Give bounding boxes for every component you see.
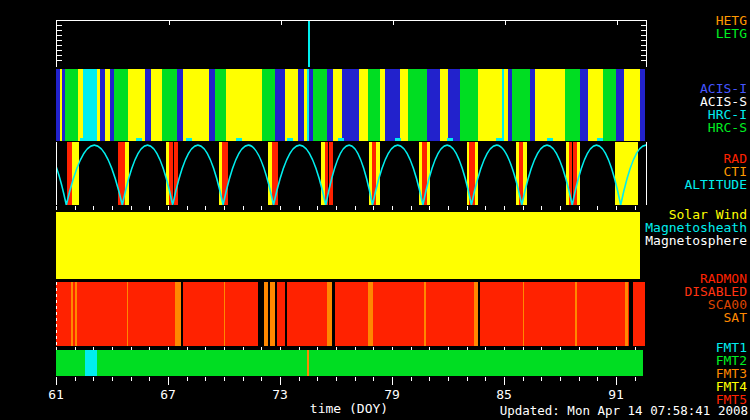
- x-axis-minor-tick: [597, 377, 598, 381]
- frame-y-tick: [57, 25, 62, 26]
- band-segment: [127, 282, 128, 346]
- frame-x-tick: [617, 21, 618, 25]
- band-segment: [359, 69, 368, 141]
- x-axis-minor-tick: [149, 377, 150, 381]
- x-axis-minor-tick: [541, 377, 542, 381]
- band-segment: [640, 69, 645, 141]
- x-axis-major-tick: [168, 377, 169, 385]
- frame-y-tick: [641, 55, 646, 56]
- day-tick: [93, 206, 94, 210]
- band-segment: [262, 69, 275, 141]
- frame-y-tick: [57, 40, 62, 41]
- day-tick: [597, 206, 598, 210]
- x-axis-minor-tick: [429, 377, 430, 381]
- band-segment: [285, 69, 298, 141]
- frame-y-tick: [641, 50, 646, 51]
- band-segment: [181, 282, 183, 346]
- legend-label-hrc-s: HRC-S: [708, 120, 747, 135]
- legend-label-letg: LETG: [716, 26, 747, 41]
- frame-y-tick: [57, 60, 62, 61]
- day-tick: [541, 206, 542, 210]
- updated-timestamp: Updated: Mon Apr 14 07:58:41 2008: [500, 403, 748, 418]
- x-axis-tick-label: 73: [260, 387, 300, 402]
- band-segment: [114, 69, 128, 141]
- band-radiation-altitude: [56, 142, 647, 205]
- perigee-dash: [547, 138, 553, 141]
- frame-y-tick: [57, 35, 62, 36]
- frame-y-tick: [641, 35, 646, 36]
- band-radmon: [56, 282, 645, 346]
- day-tick: [75, 206, 76, 210]
- x-axis-tick-label: 85: [484, 387, 524, 402]
- band-gratings: [56, 20, 647, 67]
- day-tick: [392, 206, 393, 210]
- band-instruments: [56, 69, 645, 141]
- x-axis-minor-tick: [93, 377, 94, 381]
- band-segment: [342, 69, 359, 141]
- x-axis-minor-tick: [75, 377, 76, 381]
- band-segment: [440, 69, 448, 141]
- band-segment: [400, 69, 408, 141]
- band-segment: [332, 282, 335, 346]
- day-tick: [131, 206, 132, 210]
- legend-label-altitude: ALTITUDE: [684, 177, 747, 192]
- x-axis-minor-tick: [224, 377, 225, 381]
- x-axis-tick-label: 79: [372, 387, 412, 402]
- band-segment: [624, 69, 640, 141]
- perigee-dash: [338, 138, 344, 141]
- day-tick: [205, 206, 206, 210]
- perigee-dash: [496, 138, 502, 141]
- band-segment: [313, 69, 327, 141]
- perigee-dash: [186, 138, 192, 141]
- x-axis-tick-label: 61: [36, 387, 76, 402]
- perigee-dash: [597, 138, 603, 141]
- x-axis-minor-tick: [448, 377, 449, 381]
- band-segment: [448, 69, 460, 141]
- x-axis-minor-tick: [261, 377, 262, 381]
- x-axis-minor-tick: [523, 377, 524, 381]
- x-axis-minor-tick: [112, 377, 113, 381]
- band-segment: [215, 69, 226, 141]
- band-segment: [575, 282, 577, 346]
- band-solar-wind-region: [56, 212, 640, 279]
- band-segment: [83, 69, 97, 141]
- frame-x-tick: [281, 21, 282, 25]
- day-tick: [187, 206, 188, 210]
- x-axis-title: time (DOY): [292, 401, 406, 416]
- day-tick: [149, 206, 150, 210]
- y-axis-dashes: [56, 282, 57, 346]
- band-segment: [512, 69, 530, 141]
- day-tick: [467, 206, 468, 210]
- altitude-curve: [57, 142, 646, 205]
- x-axis-major-tick: [56, 377, 57, 385]
- x-axis-minor-tick: [485, 377, 486, 381]
- day-tick: [560, 206, 561, 210]
- band-segment: [625, 282, 628, 346]
- band-segment: [368, 282, 373, 346]
- x-axis-minor-tick: [299, 377, 300, 381]
- x-axis-minor-tick: [336, 377, 337, 381]
- legend-label-sat: SAT: [724, 310, 747, 325]
- frame-y-tick: [641, 60, 646, 61]
- day-tick: [355, 206, 356, 210]
- band-segment: [460, 69, 478, 141]
- band-segment: [307, 350, 309, 376]
- frame-x-tick: [505, 21, 506, 25]
- band-segment: [580, 69, 588, 141]
- day-tick: [429, 206, 430, 210]
- band-segment: [285, 282, 287, 346]
- band-segment: [385, 69, 400, 141]
- frame-y-tick: [641, 30, 646, 31]
- day-tick: [243, 206, 244, 210]
- band-segment: [603, 69, 616, 141]
- band-segment: [85, 350, 97, 376]
- day-tick: [411, 206, 412, 210]
- day-tick: [280, 206, 281, 210]
- band-segment: [183, 69, 209, 141]
- x-axis-minor-tick: [131, 377, 132, 381]
- band-telemetry-format: [56, 350, 643, 376]
- day-tick: [224, 206, 225, 210]
- x-axis-major-tick: [504, 377, 505, 385]
- snapshot-timeline-screen: 616773798591 HETGLETGACIS-IACIS-SHRC-IHR…: [0, 0, 750, 420]
- x-axis-tick-label: 67: [148, 387, 188, 402]
